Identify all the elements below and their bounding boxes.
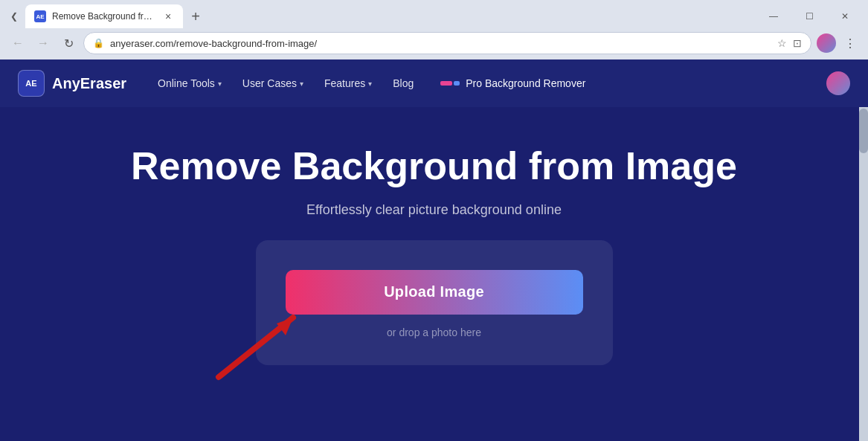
nav-blog[interactable]: Blog [384,73,422,94]
nav-online-tools[interactable]: Online Tools ▾ [149,73,231,94]
forward-button[interactable]: → [33,33,54,54]
pro-background-remover-button[interactable]: Pro Background Remover [431,73,594,94]
title-bar: ❮ AE Remove Background from Imac... × + … [0,0,868,28]
drop-text: or drop a photo here [387,326,481,338]
svg-line-0 [219,318,293,377]
features-label: Features [324,77,365,89]
pro-icon-bar-2 [454,81,460,86]
browser-window: ❮ AE Remove Background from Imac... × + … [0,0,868,59]
hero-title: Remove Background from Image [131,144,737,189]
profile-avatar [817,33,836,53]
bookmark-icon[interactable]: ☆ [777,37,787,49]
online-tools-label: Online Tools [158,77,215,89]
navbar: AE AnyEraser Online Tools ▾ User Cases ▾… [0,59,868,107]
nav-user-cases[interactable]: User Cases ▾ [234,73,312,94]
tab-close-button[interactable]: × [162,10,174,22]
browser-actions: ⋮ [816,33,861,54]
minimize-button[interactable]: — [756,4,791,28]
url-bar[interactable]: 🔒 anyeraser.com/remove-background-from-i… [83,32,811,54]
new-tab-button[interactable]: + [186,7,205,26]
scrollbar-thumb[interactable] [859,109,868,153]
window-controls: — ☐ ✕ [756,4,862,28]
back-button[interactable]: ← [7,33,28,54]
profile-button[interactable] [816,33,837,54]
tab-title: Remove Background from Imac... [52,11,156,22]
close-button[interactable]: ✕ [828,4,862,28]
reload-button[interactable]: ↻ [58,33,79,54]
main-content: Remove Background from Image Effortlessl… [0,107,868,395]
features-chevron: ▾ [368,80,372,88]
website: AE AnyEraser Online Tools ▾ User Cases ▾… [0,59,868,441]
address-bar: ← → ↻ 🔒 anyeraser.com/remove-background-… [0,28,868,59]
nav-features[interactable]: Features ▾ [315,73,381,94]
online-tools-chevron: ▾ [218,80,222,88]
browser-tab[interactable]: AE Remove Background from Imac... × [25,4,183,28]
hero-subtitle: Effortlessly clear picture background on… [306,202,562,218]
nav-links: Online Tools ▾ User Cases ▾ Features ▾ B… [149,73,811,94]
extension-icon[interactable]: ⊡ [793,37,802,49]
url-text: anyeraser.com/remove-background-from-ima… [110,38,771,49]
maximize-button[interactable]: ☐ [792,4,826,28]
logo-area[interactable]: AE AnyEraser [18,70,126,97]
user-cases-label: User Cases [242,77,297,89]
lock-icon: 🔒 [93,38,104,48]
tab-favicon: AE [34,10,46,22]
logo-box: AE [18,70,45,97]
blog-label: Blog [393,77,414,89]
svg-marker-1 [277,318,293,335]
menu-button[interactable]: ⋮ [840,33,861,54]
nav-user-avatar[interactable] [826,71,850,95]
brand-name: AnyEraser [52,75,126,92]
pro-icon-bar-1 [440,81,452,86]
upload-box: Upload Image or drop a photo here [256,240,613,365]
pro-label: Pro Background Remover [466,77,585,89]
scrollbar-track[interactable] [859,107,868,441]
upload-image-button[interactable]: Upload Image [286,270,583,315]
tab-list-button[interactable]: ❮ [6,8,22,25]
website-wrapper: AE AnyEraser Online Tools ▾ User Cases ▾… [0,59,868,441]
pro-icon [440,81,460,86]
user-cases-chevron: ▾ [300,80,303,88]
